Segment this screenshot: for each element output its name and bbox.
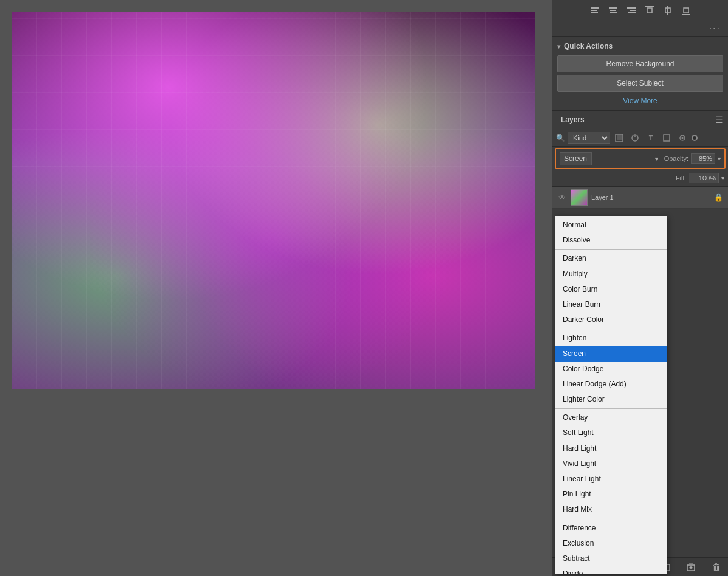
select-subject-button[interactable]: Select Subject — [557, 75, 723, 92]
svg-rect-4 — [610, 10, 616, 11]
blend-option-dissolve[interactable]: Dissolve — [555, 233, 667, 248]
svg-rect-19 — [664, 135, 670, 141]
blend-option-vivid-light[interactable]: Vivid Light — [555, 456, 667, 471]
svg-rect-7 — [630, 10, 636, 11]
layers-tab[interactable]: Layers — [557, 114, 588, 125]
canvas-area — [0, 0, 552, 576]
blend-option-linear-light[interactable]: Linear Light — [555, 471, 667, 487]
blend-option-hard-mix[interactable]: Hard Mix — [555, 502, 667, 517]
blend-option-lighter-color[interactable]: Lighter Color — [555, 392, 667, 407]
blend-option-subtract[interactable]: Subtract — [555, 551, 667, 566]
distribute-center-btn[interactable] — [660, 4, 676, 17]
blend-option-darker-color[interactable]: Darker Color — [555, 312, 667, 327]
layer-lock-icon[interactable]: 🔒 — [714, 193, 723, 202]
blend-option-difference[interactable]: Difference — [555, 521, 667, 536]
blend-option-normal[interactable]: Normal — [555, 218, 667, 233]
blend-option-multiply[interactable]: Multiply — [555, 267, 667, 282]
fill-input[interactable] — [689, 173, 719, 183]
view-more-link[interactable]: View More — [557, 97, 723, 105]
svg-rect-10 — [647, 8, 652, 13]
layer-name: Layer 1 — [591, 194, 710, 201]
svg-rect-31 — [689, 563, 693, 564]
blend-option-color-burn[interactable]: Color Burn — [555, 282, 667, 297]
align-right-btn[interactable] — [623, 4, 639, 17]
filter-shape-btn[interactable] — [660, 132, 673, 144]
blend-option-linear-burn[interactable]: Linear Burn — [555, 297, 667, 312]
filter-pixel-btn[interactable] — [613, 132, 626, 144]
blend-option-hard-light[interactable]: Hard Light — [555, 441, 667, 456]
fill-label: Fill: — [676, 174, 686, 182]
search-icon: 🔍 — [556, 134, 565, 142]
top-toolbar: ... — [552, 0, 728, 37]
svg-rect-6 — [627, 7, 636, 9]
svg-rect-1 — [591, 10, 597, 11]
collapse-icon[interactable]: ▾ — [557, 43, 560, 50]
svg-rect-16 — [617, 135, 622, 140]
blend-mode-row: Screen Opacity: ▾ — [555, 148, 726, 169]
filter-row: 🔍 Kind T — [552, 129, 728, 147]
dropdown-group-normal: Normal Dissolve — [555, 216, 667, 250]
layer-thumbnail — [571, 189, 588, 206]
quick-actions-title: Quick Actions — [564, 42, 613, 50]
blend-option-divide[interactable]: Divide — [555, 566, 667, 574]
fill-row: Fill: ▾ — [552, 170, 728, 187]
remove-background-button[interactable]: Remove Background — [557, 55, 723, 72]
distribute-bottom-btn[interactable] — [678, 4, 694, 17]
svg-rect-9 — [645, 6, 654, 7]
opacity-input[interactable] — [691, 153, 715, 164]
blend-option-darken[interactable]: Darken — [555, 251, 667, 266]
svg-rect-2 — [591, 12, 598, 13]
dropdown-group-lighten: Lighten Screen Color Dodge Linear Dodge … — [555, 329, 667, 409]
fill-chevron[interactable]: ▾ — [721, 175, 724, 182]
new-layer-btn[interactable] — [684, 560, 698, 574]
svg-point-21 — [682, 137, 684, 139]
align-toolbar-row — [557, 4, 723, 17]
dropdown-group-overlay: Overlay Soft Light Hard Light Vivid Ligh… — [555, 409, 667, 519]
canvas-image — [12, 12, 535, 389]
blend-option-linear-dodge[interactable]: Linear Dodge (Add) — [555, 377, 667, 392]
blend-mode-wrapper: Screen — [560, 152, 662, 165]
svg-rect-5 — [610, 12, 617, 13]
blend-mode-select[interactable]: Screen — [560, 152, 592, 165]
quick-actions-header: ▾ Quick Actions — [557, 42, 723, 50]
align-center-btn[interactable] — [605, 4, 621, 17]
svg-rect-11 — [667, 6, 668, 15]
filter-text-btn[interactable]: T — [644, 132, 658, 144]
layers-menu-icon[interactable]: ☰ — [715, 115, 723, 125]
opacity-chevron[interactable]: ▾ — [718, 156, 721, 162]
filter-active-indicator — [692, 135, 698, 141]
more-options-btn[interactable]: ... — [557, 19, 723, 33]
blend-option-color-dodge[interactable]: Color Dodge — [555, 362, 667, 377]
svg-rect-14 — [684, 8, 689, 13]
dropdown-group-darken: Darken Multiply Color Burn Linear Burn D… — [555, 250, 667, 329]
dropdown-group-difference: Difference Exclusion Subtract Divide — [555, 519, 667, 574]
svg-rect-3 — [609, 7, 617, 9]
layer-item[interactable]: 👁 Layer 1 🔒 — [552, 187, 728, 209]
blend-option-soft-light[interactable]: Soft Light — [555, 425, 667, 441]
blend-mode-dropdown[interactable]: Normal Dissolve Darken Multiply Color Bu… — [555, 216, 667, 574]
quick-actions-section: ▾ Quick Actions Remove Background Select… — [552, 37, 728, 111]
svg-rect-0 — [591, 7, 599, 9]
filter-adjustment-btn[interactable] — [628, 132, 642, 144]
delete-layer-btn[interactable]: 🗑 — [710, 560, 723, 574]
svg-rect-8 — [628, 12, 636, 13]
distribute-top-btn[interactable] — [642, 4, 658, 17]
opacity-label: Opacity: — [664, 155, 689, 162]
layers-header: Layers ☰ — [552, 111, 728, 129]
blend-option-lighten[interactable]: Lighten — [555, 331, 667, 346]
align-left-btn[interactable] — [587, 4, 603, 17]
right-panel: ... ▾ Quick Actions Remove Background Se… — [552, 0, 728, 576]
blend-option-overlay[interactable]: Overlay — [555, 410, 667, 425]
svg-rect-13 — [682, 14, 690, 15]
layer-visibility-icon[interactable]: 👁 — [557, 193, 567, 202]
filter-kind-select[interactable]: Kind — [568, 132, 610, 144]
blend-option-pin-light[interactable]: Pin Light — [555, 487, 667, 502]
blend-option-screen[interactable]: Screen — [555, 346, 667, 362]
blend-option-exclusion[interactable]: Exclusion — [555, 536, 667, 551]
filter-smart-btn[interactable] — [676, 132, 689, 144]
